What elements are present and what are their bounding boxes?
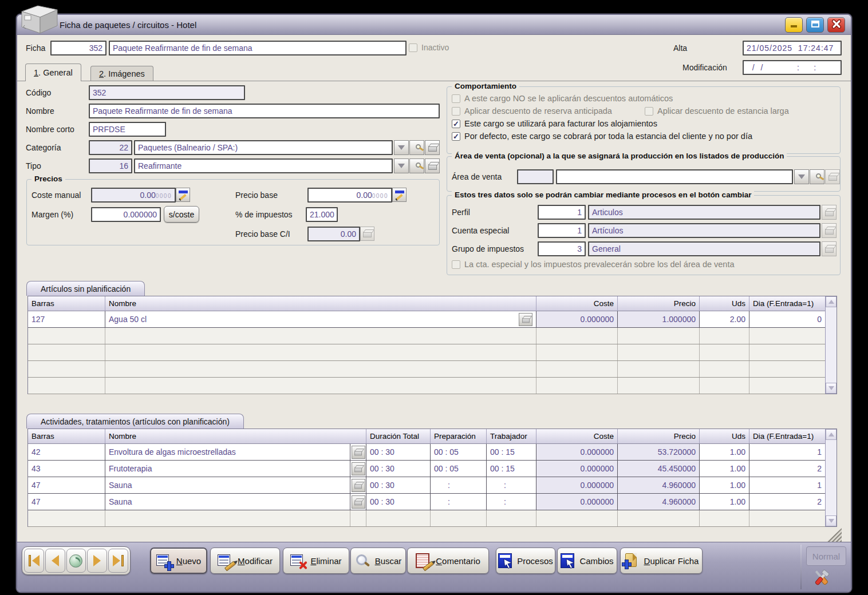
perfil-goto-button[interactable] — [822, 205, 837, 220]
codigo-field[interactable]: 352 — [89, 85, 245, 100]
col-header-coste[interactable]: Coste — [536, 296, 618, 311]
tab-imagenes[interactable]: 2. Imágenes — [90, 66, 153, 81]
cobrar-estancia-checkbox[interactable]: ✓ — [452, 132, 460, 141]
col-header-barras[interactable]: Barras — [28, 429, 105, 443]
nombre-field[interactable]: Paquete Reafirmante de fin de semana — [89, 104, 440, 118]
ficha-number-field[interactable]: 352 — [50, 41, 106, 55]
tipo-goto-button[interactable] — [425, 158, 440, 173]
precio-base-field[interactable]: 0.000000 — [307, 188, 392, 203]
area-venta-dropdown-button[interactable] — [794, 169, 809, 184]
facturar-alojamientos-checkbox[interactable]: ✓ — [452, 120, 460, 128]
buscar-button[interactable]: Buscar — [350, 548, 406, 574]
perfil-code-field[interactable]: 1 — [538, 205, 586, 220]
col-header-precio[interactable]: Precio — [618, 429, 700, 443]
procesos-button[interactable]: Procesos — [496, 548, 555, 574]
normal-mode-button[interactable]: Normal — [806, 546, 846, 566]
scoste-button[interactable]: s/coste — [164, 206, 199, 223]
grupo-impuestos-goto-button[interactable] — [822, 241, 837, 256]
table-row[interactable]: 47 Sauna 00 : 30 : : 0.000000 4.960000 1… — [28, 477, 825, 494]
tipo-label: Tipo — [26, 158, 41, 173]
ficha-name-field[interactable]: Paquete Reafirmante de fin de semana — [109, 41, 407, 55]
duplicar-ficha-button[interactable]: Duplicar Ficha — [620, 548, 703, 574]
inactivo-checkbox — [409, 43, 417, 52]
col-header-dia[interactable]: Dia (F.Entrada=1) — [749, 429, 825, 443]
close-button[interactable] — [827, 17, 845, 33]
previous-record-button[interactable] — [45, 549, 65, 573]
tab-general[interactable]: 1. General — [25, 64, 81, 81]
row-goto-button[interactable] — [352, 462, 365, 475]
cambios-button[interactable]: Cambios — [557, 548, 617, 574]
table-row[interactable]: 127 Agua 50 cl 0.000000 1.000000 2.00 0 — [28, 311, 825, 328]
cuenta-especial-combo[interactable]: Artículos — [588, 223, 820, 238]
tipo-combo[interactable]: Reafirmante — [134, 158, 393, 173]
categoria-code-field[interactable]: 22 — [89, 140, 132, 155]
categoria-goto-button[interactable] — [425, 140, 440, 155]
grupo-impuestos-code-field[interactable]: 3 — [538, 241, 586, 256]
scroll-down-icon[interactable] — [826, 515, 837, 526]
perfil-combo[interactable]: Articulos — [588, 205, 820, 220]
col-header-uds[interactable]: Uds — [700, 296, 749, 311]
resize-grip[interactable] — [827, 528, 842, 542]
table-row[interactable]: 43 Frutoterapia 00 : 30 00 : 05 00 : 15 … — [28, 461, 825, 477]
eliminar-button[interactable]: Eliminar — [283, 548, 349, 574]
col-header-precio[interactable]: Precio — [618, 296, 700, 311]
row-goto-button[interactable] — [519, 313, 532, 326]
first-record-button[interactable] — [24, 549, 44, 573]
modificar-button[interactable]: Modificar — [210, 548, 280, 574]
scroll-up-icon[interactable] — [826, 429, 837, 440]
title-bar[interactable]: Ficha de paquetes / circuitos - Hotel — [17, 15, 851, 35]
coste-manual-edit-button[interactable] — [176, 188, 190, 202]
col-header-coste[interactable]: Coste — [536, 429, 618, 443]
col-header-nombre[interactable]: Nombre — [105, 429, 366, 443]
col-header-nombre[interactable]: Nombre — [105, 296, 536, 311]
col-header-uds[interactable]: Uds — [700, 429, 749, 443]
col-header-trabajador[interactable]: Trabajador — [487, 429, 536, 443]
articulos-scrollbar[interactable] — [825, 296, 837, 394]
tipo-code-field[interactable]: 16 — [89, 158, 132, 173]
col-header-dia[interactable]: Dia (F.Entrada=1) — [749, 296, 825, 311]
precio-base-ci-field[interactable]: 0.00 — [307, 227, 360, 241]
nombre-corto-field[interactable]: PRFDSE — [89, 122, 166, 137]
row-goto-button[interactable] — [352, 495, 365, 509]
table-row[interactable]: 47 Sauna 00 : 30 : : 0.000000 4.960000 1… — [28, 494, 825, 510]
modificacion-field[interactable]: / / : : — [743, 60, 842, 75]
area-venta-goto-button[interactable] — [825, 169, 840, 184]
last-record-button[interactable] — [108, 549, 128, 573]
impuestos-field[interactable]: 21.000 — [306, 207, 338, 222]
actividades-scrollbar[interactable] — [825, 429, 837, 526]
area-venta-code-field[interactable] — [517, 169, 554, 184]
area-venta-search-button[interactable] — [810, 169, 824, 184]
col-header-preparacion[interactable]: Preparación — [431, 429, 487, 443]
categoria-dropdown-button[interactable] — [394, 140, 409, 155]
search-icon — [416, 162, 421, 168]
cuenta-especial-goto-button[interactable] — [822, 223, 837, 238]
row-goto-button[interactable] — [352, 446, 365, 459]
scroll-up-icon[interactable] — [826, 296, 837, 307]
app-icon[interactable] — [17, 2, 62, 38]
categoria-search-button[interactable] — [409, 140, 424, 155]
precio-base-ci-goto-button[interactable] — [360, 227, 374, 241]
margen-field[interactable]: 0.000000 — [91, 207, 161, 222]
col-header-duracion[interactable]: Duración Total — [366, 429, 431, 443]
calculator-edit-icon — [179, 191, 188, 200]
grupo-impuestos-combo[interactable]: General — [588, 241, 820, 256]
nuevo-button[interactable]: Nuevo — [150, 548, 207, 574]
col-header-barras[interactable]: Barras — [28, 296, 105, 311]
tipo-search-button[interactable] — [409, 158, 424, 173]
scroll-down-icon[interactable] — [826, 383, 837, 394]
cuenta-especial-code-field[interactable]: 1 — [538, 223, 586, 238]
minimize-button[interactable] — [785, 17, 803, 33]
next-record-button[interactable] — [87, 549, 107, 573]
row-goto-button[interactable] — [352, 479, 365, 492]
tipo-dropdown-button[interactable] — [394, 158, 409, 173]
alta-field[interactable]: 21/05/2025 17:24:47 — [743, 41, 842, 55]
table-row[interactable]: 42 Envoltura de algas microestrelladas 0… — [28, 444, 825, 461]
comentario-button[interactable]: Comentario — [407, 548, 489, 574]
precio-base-edit-button[interactable] — [392, 188, 407, 202]
coste-manual-field[interactable]: 0.000000 — [91, 188, 176, 203]
refresh-record-button[interactable] — [66, 549, 86, 573]
categoria-combo[interactable]: Paquetes (Balneario / SPA:) — [134, 140, 393, 155]
maximize-button[interactable] — [806, 17, 824, 33]
area-venta-combo[interactable] — [556, 169, 793, 184]
tools-button[interactable] — [811, 568, 833, 588]
